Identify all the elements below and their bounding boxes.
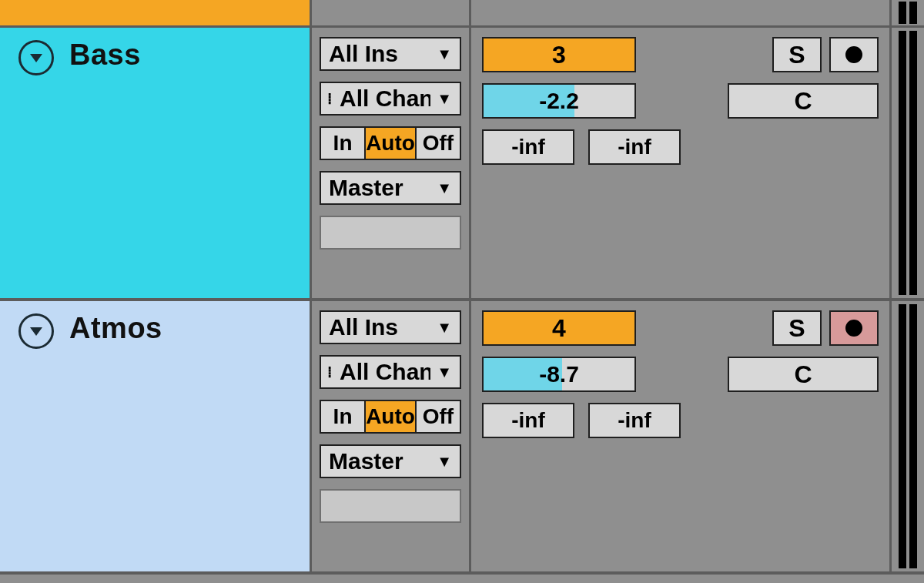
dropdown-icon: ▼ — [437, 319, 452, 337]
output-routing-dropdown[interactable]: Master ▼ — [320, 171, 461, 205]
chevron-down-icon — [27, 322, 45, 340]
input-channel-label: All Channe — [340, 85, 430, 112]
monitor-toggle-group: In Auto Off — [320, 400, 461, 434]
track-name-panel[interactable]: Atmos — [0, 301, 312, 571]
drag-handle-icon: ⁞ — [327, 364, 332, 380]
level-meter — [889, 28, 924, 298]
input-channel-dropdown[interactable]: ⁞ All Channe ▼ — [320, 82, 461, 116]
input-channel-dropdown[interactable]: ⁞ All Channe ▼ — [320, 355, 461, 389]
dropdown-icon: ▼ — [437, 364, 452, 381]
previous-track-name-panel[interactable] — [0, 0, 312, 25]
monitor-in-button[interactable]: In — [320, 126, 366, 160]
track-name-panel[interactable]: Bass — [0, 28, 312, 298]
monitor-toggle-group: In Auto Off — [320, 126, 461, 160]
dropdown-icon: ▼ — [437, 45, 452, 63]
track-row-atmos: Atmos All Ins ▼ ⁞ All Channe ▼ In Auto O… — [0, 301, 924, 575]
monitor-auto-button[interactable]: Auto — [366, 400, 417, 434]
monitor-off-button[interactable]: Off — [417, 126, 461, 160]
monitor-in-button[interactable]: In — [320, 400, 366, 434]
level-meter — [889, 301, 924, 571]
send-a-control[interactable]: -inf — [482, 129, 574, 165]
track-title[interactable]: Bass — [69, 39, 141, 72]
pan-control[interactable]: C — [728, 357, 879, 392]
track-title[interactable]: Atmos — [69, 312, 162, 345]
solo-button[interactable]: S — [772, 310, 822, 346]
record-icon — [845, 320, 862, 337]
fold-button[interactable] — [18, 313, 54, 349]
svg-marker-0 — [30, 54, 42, 62]
input-type-dropdown[interactable]: All Ins ▼ — [320, 37, 461, 71]
volume-value: -2.2 — [484, 85, 634, 117]
track-mixer-panel: 3 S -2.2 C -inf -inf — [471, 28, 889, 298]
track-io-mixer-section: Bass All Ins ▼ ⁞ All Channe ▼ In Auto Of… — [0, 0, 924, 583]
input-type-label: All Ins — [329, 41, 398, 67]
record-icon — [845, 46, 862, 63]
output-channel-slot[interactable] — [320, 489, 461, 523]
volume-value: -8.7 — [484, 358, 634, 390]
send-b-control[interactable]: -inf — [588, 129, 681, 165]
previous-track-mixer-panel — [471, 0, 889, 25]
dropdown-icon: ▼ — [437, 453, 452, 471]
volume-slider[interactable]: -8.7 — [482, 357, 636, 392]
previous-track-strip — [0, 0, 924, 28]
dropdown-icon: ▼ — [437, 179, 452, 197]
volume-slider[interactable]: -2.2 — [482, 83, 636, 119]
input-type-dropdown[interactable]: All Ins ▼ — [320, 310, 461, 344]
send-b-control[interactable]: -inf — [588, 403, 681, 438]
input-type-label: All Ins — [329, 314, 398, 340]
monitor-off-button[interactable]: Off — [417, 400, 461, 434]
output-routing-dropdown[interactable]: Master ▼ — [320, 444, 461, 478]
send-a-control[interactable]: -inf — [482, 403, 574, 438]
previous-track-io-panel — [312, 0, 471, 25]
track-io-panel: All Ins ▼ ⁞ All Channe ▼ In Auto Off Mas… — [312, 301, 471, 571]
pan-control[interactable]: C — [728, 83, 879, 119]
track-row-bass: Bass All Ins ▼ ⁞ All Channe ▼ In Auto Of… — [0, 28, 924, 301]
monitor-auto-button[interactable]: Auto — [366, 126, 417, 160]
output-channel-slot[interactable] — [320, 216, 461, 250]
below-tracks-area — [0, 575, 924, 583]
input-channel-label: All Channe — [340, 359, 430, 385]
svg-marker-1 — [30, 327, 42, 336]
track-mixer-panel: 4 S -8.7 C -inf -inf — [471, 301, 889, 571]
record-arm-button[interactable] — [829, 310, 879, 346]
track-io-panel: All Ins ▼ ⁞ All Channe ▼ In Auto Off Mas… — [312, 28, 471, 298]
solo-button[interactable]: S — [772, 37, 822, 72]
drag-handle-icon: ⁞ — [327, 91, 332, 106]
record-arm-button[interactable] — [829, 37, 879, 72]
chevron-down-icon — [27, 49, 45, 67]
output-routing-label: Master — [329, 448, 403, 474]
output-routing-label: Master — [329, 175, 403, 201]
track-activator-button[interactable]: 3 — [482, 37, 636, 72]
previous-track-meter — [889, 0, 924, 25]
dropdown-icon: ▼ — [437, 90, 452, 108]
fold-button[interactable] — [18, 40, 54, 75]
track-activator-button[interactable]: 4 — [482, 310, 636, 346]
